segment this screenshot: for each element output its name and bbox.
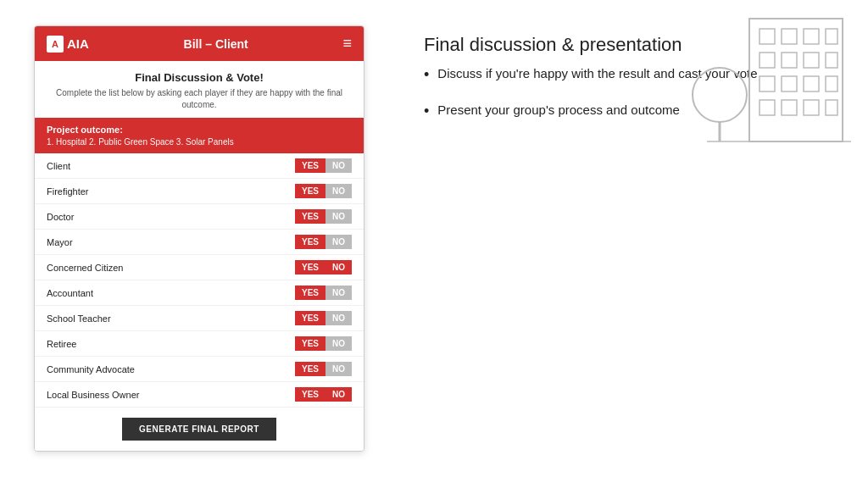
yes-button[interactable]: YES [295,387,326,402]
app-logo: A AIA [47,36,89,53]
vote-buttons: YESNO [295,260,352,274]
svg-rect-16 [782,100,797,115]
svg-rect-13 [804,76,819,92]
yes-button[interactable]: YES [295,184,326,198]
vote-buttons: YESNO [295,184,352,198]
yes-button[interactable]: YES [295,235,326,249]
no-button[interactable]: NO [326,184,352,198]
outcome-items: 1. Hospital 2. Public Green Space 3. Sol… [47,137,352,147]
vote-buttons: YESNO [295,158,352,173]
outcome-label: Project outcome: [47,125,352,135]
role-name: Doctor [47,212,74,222]
svg-rect-10 [826,53,837,68]
svg-rect-7 [760,53,775,68]
generate-report-button[interactable]: GENERATE FINAL REPORT [122,418,276,441]
role-name: Concerned Citizen [47,263,124,273]
yes-button[interactable]: YES [295,286,326,300]
vote-buttons: YESNO [295,235,352,249]
role-name: Accountant [47,288,93,298]
yes-button[interactable]: YES [295,336,326,351]
vote-list: ClientYESNOFirefighterYESNODoctorYESNOMa… [35,153,364,408]
vote-buttons: YESNO [295,286,352,300]
subtitle: Complete the list below by asking each p… [52,87,347,111]
no-button[interactable]: NO [326,362,352,376]
no-button[interactable]: NO [326,311,352,325]
main-title: Final Discussion & Vote! [52,71,347,84]
svg-rect-17 [804,100,819,115]
svg-rect-3 [760,29,775,44]
svg-rect-9 [804,53,819,68]
logo-text: AIA [67,36,89,51]
role-name: Mayor [47,237,73,247]
right-panel: Final discussion & presentation Discuss … [398,0,868,163]
phone-frame: A AIA Bill – Client ≡ Final Discussion &… [34,25,364,452]
svg-rect-12 [782,76,797,92]
svg-rect-14 [826,76,837,92]
header-title: Bill – Client [184,37,248,51]
svg-rect-15 [760,100,775,115]
svg-rect-6 [826,29,837,44]
vote-row: ClientYESNO [35,153,364,179]
vote-row: Community AdvocateYESNO [35,357,364,382]
vote-row: DoctorYESNO [35,204,364,230]
no-button[interactable]: NO [326,158,352,173]
vote-buttons: YESNO [295,209,352,224]
vote-row: AccountantYESNO [35,280,364,306]
building-illustration [665,0,851,146]
role-name: Community Advocate [47,364,135,374]
no-button[interactable]: NO [326,336,352,351]
no-button[interactable]: NO [326,260,352,274]
yes-button[interactable]: YES [295,311,326,325]
vote-buttons: YESNO [295,336,352,351]
role-name: Firefighter [47,186,89,197]
role-name: Client [47,161,70,171]
no-button[interactable]: NO [326,286,352,300]
no-button[interactable]: NO [326,235,352,249]
no-button[interactable]: NO [326,387,352,402]
no-button[interactable]: NO [326,209,352,224]
left-panel: A AIA Bill – Client ≡ Final Discussion &… [0,0,398,488]
phone-top-section: Final Discussion & Vote! Complete the li… [35,61,364,118]
vote-buttons: YESNO [295,387,352,402]
vote-row: RetireeYESNO [35,331,364,357]
role-name: School Teacher [47,313,111,324]
vote-row: School TeacherYESNO [35,306,364,331]
svg-point-0 [693,68,747,122]
vote-buttons: YESNO [295,311,352,325]
yes-button[interactable]: YES [295,209,326,224]
phone-header: A AIA Bill – Client ≡ [35,26,364,61]
vote-buttons: YESNO [295,362,352,376]
vote-row: Local Business OwnerYESNO [35,382,364,408]
svg-rect-5 [804,29,819,44]
svg-rect-4 [782,29,797,44]
role-name: Retiree [47,339,76,349]
menu-icon[interactable]: ≡ [342,35,352,53]
vote-row: FirefighterYESNO [35,179,364,204]
role-name: Local Business Owner [47,390,139,400]
vote-row: Concerned CitizenYESNO [35,255,364,280]
yes-button[interactable]: YES [295,158,326,173]
svg-rect-2 [749,19,843,141]
svg-rect-18 [826,100,837,115]
yes-button[interactable]: YES [295,362,326,376]
generate-section: GENERATE FINAL REPORT [35,408,364,451]
yes-button[interactable]: YES [295,260,326,274]
svg-rect-11 [760,76,775,92]
logo-icon: A [47,36,64,53]
svg-rect-8 [782,53,797,68]
outcome-bar: Project outcome: 1. Hospital 2. Public G… [35,118,364,153]
vote-row: MayorYESNO [35,230,364,255]
